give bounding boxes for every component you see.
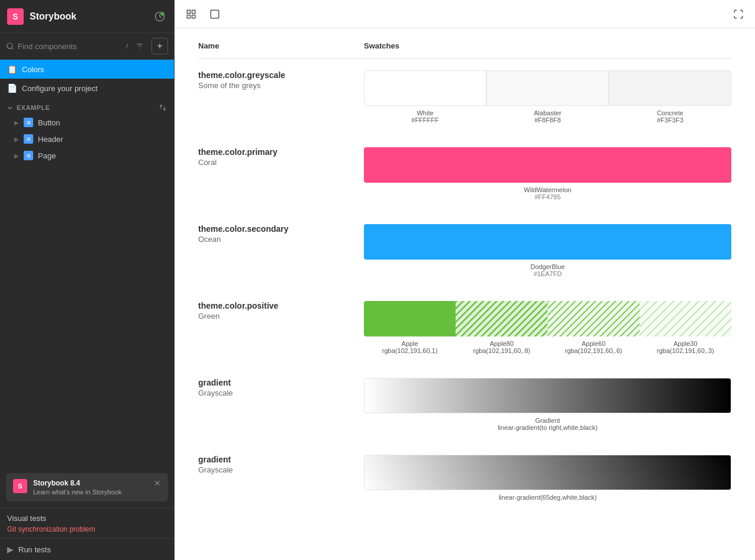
green-label-apple30: Apple30 rgba(102,191,60,.3) [640,340,731,354]
configure-nav-item[interactable]: 📄 Configure your project [0,79,174,98]
configure-nav-label: Configure your project [22,84,98,93]
color-row-primary: theme.color.primary Coral WildWatermelon… [198,147,731,200]
chevron-right-icon-2: ▶ [14,136,19,143]
color-row-secondary: theme.color.secondary Ocean DodgerBlue #… [198,224,731,277]
swatches-greyscale: White #FFFFFF Alabaster #F8F8F8 Concrete… [364,70,731,124]
grey-label-white: White #FFFFFF [364,109,486,124]
green-label-apple: Apple rgba(102,191,60,1) [364,340,456,354]
storybook-update-banner: S Storybook 8.4 Learn what's new in Stor… [6,473,168,501]
diagonal-pattern-80 [456,301,547,336]
app-title: Storybook [30,11,153,22]
sidebar-item-button-label: Button [38,118,60,127]
colors-nav-item[interactable]: 📋 Colors [0,60,174,79]
color-name-gradient-diag: gradient Grayscale [198,455,364,474]
example-section-label: EXAMPLE [17,104,50,111]
theme-name-primary: theme.color.primary [198,147,352,157]
svg-point-2 [7,43,12,48]
svg-rect-12 [456,301,547,336]
add-icon[interactable]: + [151,38,168,54]
gradient-diag-label: linear-gradient(65deg,white,black) [364,494,731,501]
grid-icon [186,9,196,20]
svg-point-1 [161,12,164,15]
swatch-ocean [364,224,731,260]
logo-icon: S [7,8,24,25]
swatch-white [364,70,486,106]
example-header[interactable]: EXAMPLE [7,103,167,112]
svg-rect-6 [187,10,190,13]
banner-subtitle: Learn what's new in Storybook [33,488,148,496]
sidebar-item-header[interactable]: ▶ ⊞ Header [0,131,174,147]
color-name-gradient-lr: gradient Grayscale [198,378,364,397]
expand-icon [733,9,744,20]
frame-view-button[interactable] [205,5,224,24]
sidebar-item-page[interactable]: ▶ ⊞ Page [0,147,174,164]
filter-icon[interactable] [131,38,148,54]
main-toolbar [175,0,755,28]
example-section: EXAMPLE [0,98,174,114]
expand-button[interactable] [729,5,748,24]
sidebar-item-page-label: Page [38,151,56,160]
swatches-gradient-lr: Gradient linear-gradient(to right,white,… [364,378,731,431]
svg-rect-7 [192,10,195,13]
column-header-swatches: Swatches [364,41,399,50]
swatch-coral [364,147,731,183]
theme-name-greyscale: theme.color.greyscale [198,70,352,80]
page-component-icon: ⊞ [24,151,33,160]
color-row-gradient-lr: gradient Grayscale Gradient linear-gradi… [198,378,731,431]
swatch-apple [364,301,456,336]
sidebar-item-button[interactable]: ▶ ⊞ Button [0,114,174,131]
colors-table: Name Swatches theme.color.greyscale Some… [198,40,731,501]
button-component-icon: ⊞ [24,118,33,127]
swatch-alabaster [486,70,609,106]
banner-text-content: Storybook 8.4 Learn what's new in Storyb… [33,479,148,496]
theme-name-gradient-lr: gradient [198,378,352,387]
swatch-gradient-diag [364,455,731,490]
swatch-apple30 [640,301,731,336]
green-label-apple80: Apple80 rgba(102,191,60,.8) [456,340,547,354]
search-shortcut: / [126,43,128,50]
git-sync-problem[interactable]: Git synchronization problem [7,525,167,533]
green-swatch-group [364,301,731,336]
color-row-positive: theme.color.positive Green [198,301,731,354]
header-component-icon: ⊞ [24,134,33,144]
sidebar: S Storybook / + 📋 Colors 📄 Configure you… [0,0,175,560]
greyscale-swatch-group [364,70,731,106]
theme-name-positive: theme.color.positive [198,301,352,310]
run-tests-bar[interactable]: ▶ Run tests [0,538,174,560]
ocean-swatch-labels: DodgerBlue #1EA7FD [364,263,731,277]
grey-swatch-labels: White #FFFFFF Alabaster #F8F8F8 Concrete… [364,109,731,124]
swatch-gradient-lr [364,378,731,413]
play-icon: ▶ [7,545,14,554]
table-header: Name Swatches [198,40,731,59]
chevron-down-icon [7,105,13,111]
theme-name-secondary: theme.color.secondary [198,224,352,234]
colors-nav-icon: 📋 [7,64,17,74]
swatch-apple80 [456,301,547,336]
banner-close-button[interactable]: ✕ [154,479,161,487]
color-row-gradient-diag: gradient Grayscale linear-gradient(65deg… [198,455,731,501]
grid-view-button[interactable] [182,5,201,24]
green-label-apple60: Apple60 rgba(102,191,60,.6) [548,340,640,354]
coral-label: WildWatermelon #FF4785 [524,186,571,200]
sort-icon[interactable] [159,103,167,112]
color-subtitle-greyscale: Some of the greys [198,81,352,90]
main-content: Name Swatches theme.color.greyscale Some… [175,28,755,560]
color-subtitle-primary: Coral [198,158,352,167]
search-bar: / + [0,33,174,60]
frame-icon [209,9,220,20]
diagonal-pattern-30 [640,301,731,336]
chevron-right-icon-3: ▶ [14,153,19,159]
svg-rect-9 [192,15,195,18]
status-icon[interactable] [153,9,167,24]
color-name-secondary: theme.color.secondary Ocean [198,224,364,244]
svg-rect-8 [187,15,190,18]
grey-label-alabaster: Alabaster #F8F8F8 [486,109,609,124]
color-subtitle-secondary: Ocean [198,235,352,244]
column-header-name: Name [198,41,219,50]
diagonal-pattern-60 [548,301,640,336]
swatches-primary: WildWatermelon #FF4785 [364,147,731,200]
search-input[interactable] [18,42,122,51]
color-name-greyscale: theme.color.greyscale Some of the greys [198,70,364,90]
color-name-positive: theme.color.positive Green [198,301,364,321]
configure-nav-icon: 📄 [7,83,17,93]
